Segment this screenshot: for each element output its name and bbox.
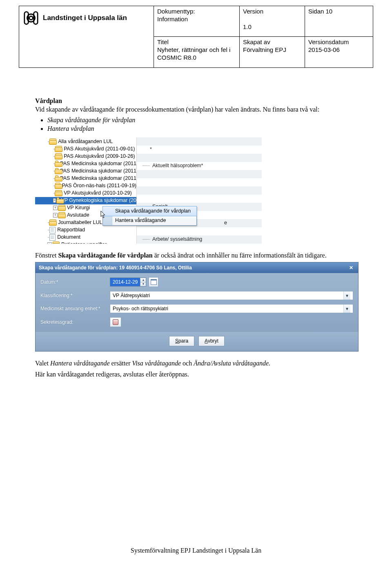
- intro-paragraph: Vid skapande av vårdåtagande för process…: [35, 105, 357, 114]
- tree-label: PAS Medicinska sjukdomar (2011: [60, 168, 136, 175]
- tree-label: VP Akutsjukvård (2010-10-29): [64, 190, 132, 197]
- label-unit: Medicinskt ansvarig enhet:*: [40, 305, 110, 312]
- section-heading: Vårdplan: [35, 96, 357, 105]
- tree-item[interactable]: ····PAS Medicinska sjukdomar (2011: [35, 175, 136, 182]
- org-logo-icon: [23, 10, 39, 26]
- tree-panel: ····Alla vårdåtaganden LUL····PAS Akutsj…: [35, 137, 137, 244]
- paragraph-4: Här kan vårdåtagandet redigeras, avsluta…: [35, 370, 357, 379]
- folder-open-icon: [55, 153, 62, 159]
- tree-label: PAS Öron-näs-hals (2011-09-19): [62, 182, 137, 189]
- hdr-version: Version 1.0: [240, 6, 305, 37]
- hdr-title: Titel Nyheter, rättningar och fel i COSM…: [154, 37, 240, 67]
- folder-open-icon: [55, 175, 58, 181]
- screenshot-dialog: Skapa vårdåtagande för vårdplan: 19 4609…: [35, 262, 359, 351]
- hdr-page: Sidan 10: [305, 6, 373, 37]
- expand-icon[interactable]: +: [53, 198, 56, 203]
- dialog-title-bar: Skapa vårdåtagande för vårdplan: 19 4609…: [36, 262, 358, 273]
- paragraph-3: Valet Hantera vårdåtagande ersätter Visa…: [35, 359, 357, 368]
- chevron-down-icon: ▼: [343, 305, 350, 313]
- date-value: 2014-12-29: [110, 278, 140, 286]
- classification-select[interactable]: VP Äldrepsykiatri▼: [110, 291, 353, 300]
- calendar-button[interactable]: [149, 277, 158, 287]
- bullet-1: Skapa vårdåtagande för vårdplan: [47, 116, 357, 125]
- tree-label: PAS Medicinska sjukdomar (2011: [60, 175, 136, 182]
- save-button[interactable]: Spara: [169, 336, 194, 346]
- svg-point-3: [29, 16, 33, 20]
- tree-label: Avslutade: [67, 212, 89, 219]
- folder-open-icon: [49, 139, 56, 145]
- dialog-title: Skapa vårdåtagande för vårdplan: 19 4609…: [39, 264, 192, 271]
- row-unit: Medicinskt ansvarig enhet:* Psykos- och …: [40, 304, 353, 313]
- folder-open-icon: [55, 168, 58, 174]
- folder-open-icon: [55, 146, 62, 152]
- spin-down-icon[interactable]: ▼: [140, 282, 146, 286]
- field-row: [137, 170, 262, 178]
- expand-icon[interactable]: +: [53, 206, 58, 210]
- hdr-created: Skapat av Förvaltning EPJ: [240, 37, 305, 67]
- tree-label: PAS Akutsjukvård (2011-09-01): [64, 146, 135, 152]
- folder-open-icon: [58, 212, 65, 218]
- paragraph-2: Fönstret Skapa vårdåtagande för vårdplan…: [35, 251, 357, 260]
- tree-label: PAS Akutsjukvård (2009-10-26): [64, 153, 135, 160]
- fields-panel: * Aktuellt hälsoproblem* Socialt e Arbet…: [137, 137, 262, 244]
- required-star: *: [143, 146, 152, 153]
- hdr-vdate: Versionsdatum 2015-03-06: [305, 37, 373, 67]
- tree-item[interactable]: ····PAS Öron-näs-hals (2011-09-19): [35, 182, 136, 190]
- folder-open-icon: [49, 220, 56, 226]
- field-row: Arbete/ sysselsättning: [137, 235, 262, 244]
- calendar-icon: [151, 279, 157, 285]
- tree-item[interactable]: +VP Gynekologiska sjukdomar (20: [35, 197, 136, 204]
- bullet-list: Skapa vårdåtagande för vårdplan Hantera …: [47, 116, 357, 133]
- unit-value: Psykos- och rättspsykiatri: [113, 305, 168, 312]
- tree-item[interactable]: ····Rapportblad: [35, 226, 136, 234]
- tree-item[interactable]: ····Alla vårdåtaganden LUL: [35, 138, 136, 146]
- doc-header: Landstinget i Uppsala län Dokumenttyp: I…: [19, 6, 373, 68]
- field-row: [137, 178, 262, 186]
- folder-open-icon: [55, 190, 62, 196]
- expand-icon[interactable]: +: [47, 242, 52, 244]
- tree-item[interactable]: ····PAS Medicinska sjukdomar (2011: [35, 160, 136, 168]
- tree-item[interactable]: ····PAS Akutsjukvård (2009-10-26): [35, 153, 136, 160]
- context-menu: Skapa vårdåtagande för vårdplan Hantera …: [102, 206, 197, 226]
- tree-label: VP Gynekologiska sjukdomar (20: [61, 197, 136, 204]
- ctx-hantera[interactable]: Hantera vårdåtagande: [103, 216, 196, 225]
- field-row: Aktuellt hälsoproblem*: [137, 162, 262, 170]
- label-classification: Klassificering:*: [40, 292, 110, 299]
- secrecy-button[interactable]: [110, 317, 121, 327]
- hdr-doctype: Dokumenttyp: Information: [154, 6, 240, 37]
- folder-open-icon: [55, 183, 60, 189]
- tree-item[interactable]: ····PAS Akutsjukvård (2011-09-01): [35, 146, 136, 153]
- field-label: Aktuellt hälsoproblem*: [152, 162, 203, 169]
- page-footer: Systemförvaltning EPJ Landstinget i Upps…: [0, 547, 392, 554]
- field-row: [137, 137, 262, 146]
- label-secrecy: Sekretessgrad:: [40, 319, 110, 325]
- bullet-2: Hantera vårdplan: [47, 124, 357, 133]
- cancel-button[interactable]: Avbryt: [198, 336, 225, 346]
- screenshot-tree-view: ····Alla vårdåtaganden LUL····PAS Akutsj…: [35, 137, 262, 244]
- classification-value: VP Äldrepsykiatri: [113, 292, 150, 299]
- spin-up-icon[interactable]: ▲: [140, 278, 146, 282]
- chevron-down-icon: ▼: [343, 291, 350, 300]
- tree-label: VP Kirurgi: [67, 204, 90, 211]
- date-input[interactable]: 2014-12-29 ▲▼: [110, 278, 146, 287]
- field-row: [137, 227, 262, 235]
- date-spinner[interactable]: ▲▼: [140, 278, 146, 286]
- field-row: [137, 154, 262, 162]
- tree-item[interactable]: +Patientens uppgifter: [35, 241, 136, 244]
- expand-icon[interactable]: +: [53, 213, 58, 217]
- tree-item[interactable]: ····PAS Medicinska sjukdomar (2011: [35, 168, 136, 175]
- logo-cell: Landstinget i Uppsala län: [19, 6, 154, 68]
- label-date: Datum:*: [40, 279, 110, 285]
- close-icon[interactable]: ✕: [347, 264, 355, 271]
- tree-item[interactable]: ····VP Akutsjukvård (2010-10-29): [35, 190, 136, 197]
- row-date: Datum:* 2014-12-29 ▲▼: [40, 277, 353, 287]
- folder-open-icon: [57, 197, 59, 204]
- tree-label: Patientens uppgifter: [61, 241, 107, 243]
- tree-item[interactable]: ····Dokument: [35, 234, 136, 241]
- folder-open-icon: [53, 242, 60, 244]
- tree-label: Alla vårdåtaganden LUL: [58, 138, 113, 145]
- unit-select[interactable]: Psykos- och rättspsykiatri▼: [110, 304, 353, 313]
- ctx-skapa[interactable]: Skapa vårdåtagande för vårdplan: [102, 206, 197, 216]
- document-icon: [49, 234, 56, 241]
- field-label: Arbete/ sysselsättning: [152, 236, 202, 243]
